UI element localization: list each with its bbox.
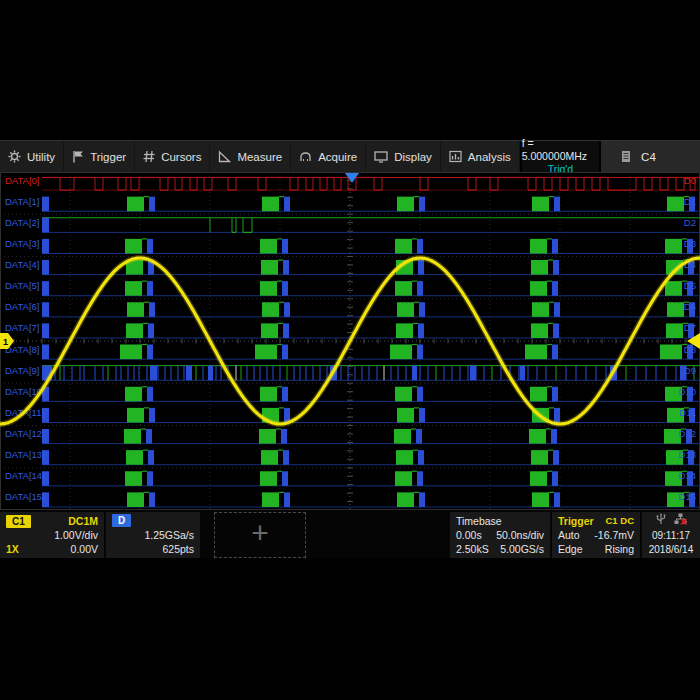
timebase-info-box[interactable]: Timebase 0.00s 50.0ns/div 2.50kS 5.00GS/… <box>450 512 550 558</box>
digital-trace-D8: DATA[8]D8 <box>5 344 700 360</box>
menu-item-cursors[interactable]: Cursors <box>135 141 210 172</box>
timebase-delay: 0.00s <box>456 528 482 542</box>
menu-item-label: Cursors <box>161 151 201 163</box>
svg-text:D1: D1 <box>684 196 696 207</box>
channel1-coupling: DC1M <box>68 514 98 528</box>
menu-item-label: Utility <box>27 151 55 163</box>
menu-bar: Utility Trigger Cursors Measure Acquire <box>0 140 700 172</box>
svg-text:D3: D3 <box>684 238 696 249</box>
digital-trace-D5: DATA[5]D5 <box>5 280 700 296</box>
svg-text:DATA[9]: DATA[9] <box>5 365 40 376</box>
menu-item-analysis[interactable]: Analysis <box>441 141 520 172</box>
flag-icon <box>72 150 84 163</box>
timebase-rate: 5.00GS/s <box>500 542 544 556</box>
digital-trace-D15: DATA[15]D15 <box>5 491 700 507</box>
svg-text:D5: D5 <box>684 280 696 291</box>
hash-icon <box>143 150 155 163</box>
svg-text:D11: D11 <box>679 407 696 418</box>
svg-text:D2: D2 <box>684 217 696 228</box>
lan-disconnected-icon <box>674 513 687 528</box>
svg-text:D0: D0 <box>684 175 696 186</box>
svg-text:D15: D15 <box>679 491 696 502</box>
menu-item-trigger[interactable]: Trigger <box>64 141 135 172</box>
add-channel-box[interactable]: + <box>214 512 306 558</box>
plus-icon: + <box>251 523 269 543</box>
svg-text:D7: D7 <box>684 322 696 333</box>
menu-item-label: Trigger <box>90 151 126 163</box>
svg-text:DATA[1]: DATA[1] <box>5 196 40 207</box>
svg-text:D9: D9 <box>684 365 696 376</box>
menu-item-label: Measure <box>237 151 282 163</box>
svg-text:D14: D14 <box>679 470 696 481</box>
timebase-samples: 2.50kS <box>456 542 489 556</box>
channel-select-button[interactable]: C4 <box>601 141 700 172</box>
frequency-readout: f = 5.000000MHz Trig'd <box>520 141 601 172</box>
menu-item-label: Analysis <box>468 151 511 163</box>
channel1-probe: 1X <box>6 542 19 556</box>
clock-date: 2018/6/14 <box>649 543 694 556</box>
trigger-mode: Auto <box>558 528 580 542</box>
timebase-title: Timebase <box>456 514 502 528</box>
trigger-level: -16.7mV <box>594 528 634 542</box>
clock-time: 09:11:17 <box>652 529 690 542</box>
menu-item-acquire[interactable]: Acquire <box>291 141 366 172</box>
digital-trace-D14: DATA[14]D14 <box>5 470 700 486</box>
digital-trace-D9: DATA[9]D9 <box>5 365 700 381</box>
digital-trace-D1: DATA[1]D1 <box>5 196 700 212</box>
digital-trace-D2: DATA[2]D2 <box>5 217 700 233</box>
digital-trace-D11: DATA[11]D11 <box>5 407 700 423</box>
trigger-type: Edge <box>558 542 583 556</box>
menu-item-label: Acquire <box>318 151 357 163</box>
svg-text:DATA[5]: DATA[5] <box>5 280 40 291</box>
svg-text:DATA[2]: DATA[2] <box>5 217 40 228</box>
trigger-title: Trigger <box>558 514 594 528</box>
svg-text:DATA[6]: DATA[6] <box>5 301 40 312</box>
digital-trace-D12: DATA[12]D12 <box>5 428 700 444</box>
channel1-badge: C1 <box>6 515 31 528</box>
svg-text:DATA[14]: DATA[14] <box>5 470 45 481</box>
display-icon <box>374 150 388 163</box>
channel1-info-box[interactable]: C1 DC1M 1.00V/div 1X 0.00V <box>0 512 104 558</box>
timebase-scale: 50.0ns/div <box>496 528 544 542</box>
usb-icon <box>656 513 666 528</box>
trigger-slope: Rising <box>605 542 634 556</box>
gear-icon <box>8 150 21 163</box>
svg-text:D10: D10 <box>679 386 696 397</box>
digital-badge: D <box>112 514 131 527</box>
status-bar: C1 DC1M 1.00V/div 1X 0.00V D 1.25GSa/s 6… <box>0 510 700 558</box>
clipboard-icon <box>621 150 631 163</box>
svg-text:DATA[0]: DATA[0] <box>5 175 40 186</box>
menu-item-utility[interactable]: Utility <box>0 141 64 172</box>
channel-select-label: C4 <box>641 151 656 163</box>
svg-text:DATA[15]: DATA[15] <box>5 491 45 502</box>
channel1-scale: 1.00V/div <box>54 528 98 542</box>
digital-trace-D6: DATA[6]D6 <box>5 301 700 317</box>
clock-box: 09:11:17 2018/6/14 <box>642 512 700 558</box>
digital-points: 625pts <box>162 542 194 556</box>
oscilloscope-screen: Utility Trigger Cursors Measure Acquire <box>0 140 700 558</box>
waveform-display-area[interactable]: DATA[0]D0DATA[1]D1DATA[2]D2DATA[3]D3DATA… <box>0 172 700 510</box>
svg-text:DATA[12]: DATA[12] <box>5 428 45 439</box>
svg-text:D13: D13 <box>679 449 696 460</box>
svg-text:D6: D6 <box>684 301 696 312</box>
digital-trace-D4: DATA[4]D4 <box>5 259 700 275</box>
trigger-source: C1 DC <box>605 514 634 528</box>
ruler-icon <box>218 150 231 163</box>
acquire-icon <box>299 150 312 163</box>
menu-item-measure[interactable]: Measure <box>210 141 291 172</box>
svg-text:DATA[7]: DATA[7] <box>5 322 40 333</box>
digital-trace-D13: DATA[13]D13 <box>5 449 700 465</box>
digital-sample-rate: 1.25GSa/s <box>144 528 194 542</box>
frequency-value: f = 5.000000MHz <box>522 137 599 163</box>
svg-text:D12: D12 <box>679 428 696 439</box>
svg-text:DATA[13]: DATA[13] <box>5 449 45 460</box>
svg-text:DATA[4]: DATA[4] <box>5 259 40 270</box>
digital-trace-D3: DATA[3]D3 <box>5 238 700 254</box>
menu-item-label: Display <box>394 151 432 163</box>
svg-text:DATA[3]: DATA[3] <box>5 238 40 249</box>
trigger-info-box[interactable]: Trigger C1 DC Auto -16.7mV Edge Rising <box>552 512 640 558</box>
menu-item-display[interactable]: Display <box>366 141 441 172</box>
channel1-offset: 0.00V <box>71 542 98 556</box>
digital-info-box[interactable]: D 1.25GSa/s 625pts <box>106 512 200 558</box>
svg-text:1: 1 <box>3 337 8 347</box>
